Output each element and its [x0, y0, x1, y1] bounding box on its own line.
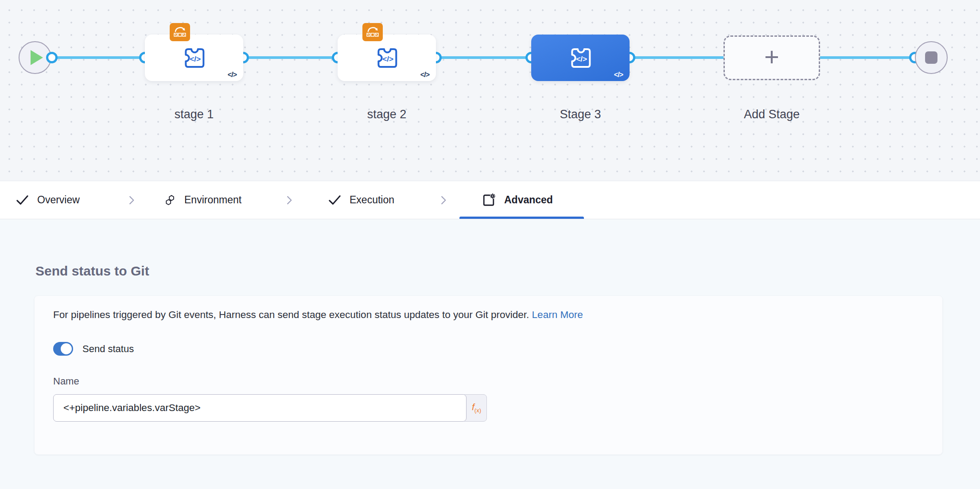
edge-stage1-stage2	[243, 56, 338, 59]
looping-strategy-badge	[170, 23, 190, 41]
stage-node-stage-3-selected[interactable]: </> </>	[531, 35, 630, 81]
stage-node-stage-1[interactable]: </> </>	[145, 35, 243, 81]
tab-label: Environment	[184, 194, 241, 206]
send-status-toggle[interactable]	[53, 342, 73, 356]
active-tab-underline	[459, 217, 584, 219]
chevron-right-icon	[438, 181, 449, 219]
check-icon	[327, 193, 342, 207]
looping-strategy-badge	[362, 23, 383, 41]
tab-overview[interactable]: Overview	[15, 181, 80, 219]
section-title: Send status to Git	[35, 264, 149, 279]
description-text: For pipelines triggered by Git events, H…	[53, 309, 583, 321]
description-body: For pipelines triggered by Git events, H…	[53, 309, 529, 320]
chevron-right-icon	[126, 181, 137, 219]
environment-hexagons-icon	[163, 194, 177, 207]
svg-text:</>: </>	[190, 54, 201, 63]
toggle-knob	[61, 343, 72, 354]
yaml-code-chip: </>	[614, 71, 623, 79]
stage-label: stage 1	[145, 108, 243, 121]
svg-text:</>: </>	[576, 54, 587, 63]
looping-strategy-icon	[172, 25, 188, 39]
gear-glyph	[490, 193, 495, 198]
advanced-panel: Send status to Git For pipelines trigger…	[0, 219, 980, 489]
edge-start-stage1	[52, 56, 146, 59]
tab-label: Advanced	[504, 194, 553, 206]
stage-label: stage 2	[338, 108, 436, 121]
check-icon	[15, 193, 30, 207]
fx-icon: f(x)	[472, 402, 481, 414]
name-input[interactable]	[53, 394, 467, 422]
yaml-code-chip: </>	[420, 71, 429, 79]
name-input-group: f(x)	[53, 394, 487, 422]
chevron-right-icon	[284, 181, 295, 219]
pipeline-end-node	[915, 41, 948, 74]
custom-stage-icon: </>	[180, 44, 208, 72]
stop-icon	[925, 51, 937, 64]
yaml-code-chip: </>	[228, 71, 237, 79]
tab-label: Overview	[37, 194, 80, 206]
play-icon	[31, 50, 43, 65]
learn-more-link[interactable]: Learn More	[532, 309, 583, 320]
add-stage-button[interactable]: +	[723, 35, 820, 80]
name-field-label: Name	[53, 376, 79, 387]
stage-config-tabbar: Overview Environment Execution	[0, 181, 980, 219]
toggle-label: Send status	[82, 343, 134, 355]
port	[46, 52, 58, 63]
pipeline-canvas: </> </> </> </> </> </>	[0, 0, 980, 181]
edge-stage3-addstage	[630, 56, 725, 59]
svg-text:</>: </>	[382, 54, 393, 63]
custom-stage-icon: </>	[566, 44, 595, 72]
tab-advanced[interactable]: Advanced	[481, 181, 553, 219]
edge-addstage-end	[819, 56, 916, 59]
tab-environment[interactable]: Environment	[163, 181, 241, 219]
advanced-settings-icon	[481, 192, 497, 208]
tab-label: Execution	[350, 194, 394, 206]
looping-strategy-icon	[365, 25, 381, 39]
custom-stage-icon: </>	[373, 44, 401, 72]
plus-icon: +	[764, 44, 779, 70]
send-status-toggle-row: Send status	[53, 342, 134, 356]
stage-node-stage-2[interactable]: </> </>	[338, 35, 436, 81]
tab-execution[interactable]: Execution	[327, 181, 394, 219]
stage-label: Stage 3	[531, 108, 630, 121]
edge-stage2-stage3	[436, 56, 532, 59]
add-stage-label: Add Stage	[723, 108, 821, 121]
send-status-card: For pipelines triggered by Git events, H…	[35, 296, 942, 454]
